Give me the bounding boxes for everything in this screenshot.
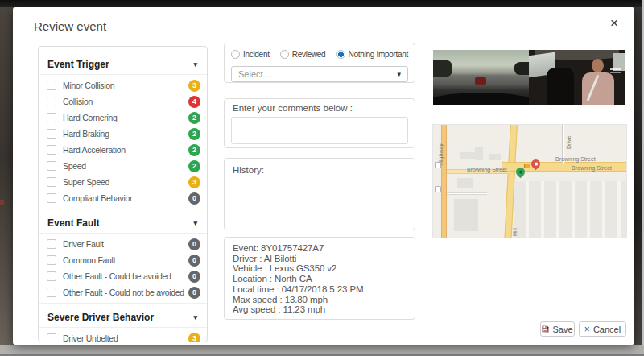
chevron-down-icon: ▾ — [397, 70, 401, 78]
list-item[interactable]: Other Fault - Could be avoided 0 — [39, 268, 207, 284]
avg-speed: Avg speed : 11.23 mph — [233, 304, 407, 315]
section-header-event-trigger[interactable]: Event Trigger ▾ — [39, 54, 207, 74]
count-badge: 3 — [188, 333, 200, 343]
item-label: Other Fault - Could not be avoided — [63, 288, 188, 297]
section-title: Severe Driver Behavior — [47, 312, 154, 323]
count-badge: 0 — [188, 271, 200, 283]
dashboard-silhouette — [433, 93, 529, 105]
count-badge: 2 — [188, 128, 200, 140]
section-title: Event Trigger — [47, 59, 109, 70]
cabin-camera-view — [529, 50, 625, 105]
event-video-thumbnail[interactable] — [433, 50, 625, 105]
list-item[interactable]: Hard Cornering 2 — [39, 110, 207, 126]
count-badge: 3 — [188, 176, 200, 188]
count-badge: 2 — [188, 160, 200, 172]
radio-reviewed[interactable]: Reviewed — [280, 50, 326, 59]
backdrop-bottom-strip — [0, 345, 644, 356]
category-select[interactable]: Select... ▾ — [231, 66, 408, 82]
item-label: Driver Unbelted — [63, 333, 188, 342]
location: Location : North CA — [233, 274, 407, 284]
vehicle-name: Vehicle : Lexus GS350 v2 — [233, 263, 407, 274]
checkbox[interactable] — [47, 271, 56, 281]
count-badge: 2 — [188, 112, 200, 124]
list-item[interactable]: Super Speed 3 — [39, 174, 207, 190]
section-title: Event Fault — [47, 217, 100, 229]
classification-box: Incident Reviewed Nothing Important Sele… — [224, 43, 415, 83]
list-item[interactable]: Driver Unbelted 3 — [39, 330, 207, 342]
event-id: Event: 8Y01757427A7 — [233, 243, 407, 254]
map-building — [475, 147, 483, 160]
list-item[interactable]: Minor Collision 3 — [39, 77, 207, 93]
tree-silhouette — [514, 62, 529, 75]
section-header-severe-driver-behavior[interactable]: Severe Driver Behavior ▾ — [39, 307, 207, 327]
radio-circle[interactable] — [336, 50, 345, 59]
comments-input[interactable] — [231, 117, 408, 144]
radio-circle[interactable] — [231, 50, 240, 59]
item-label: Hard Cornering — [63, 113, 188, 122]
section-header-event-fault[interactable]: Event Fault ▾ — [39, 213, 207, 233]
checkbox[interactable] — [47, 193, 56, 203]
list-item[interactable]: Compliant Behavior 0 — [39, 190, 207, 206]
max-speed: Max speed : 13.80 mph — [233, 295, 407, 305]
checkbox[interactable] — [47, 161, 56, 171]
item-label: Minor Collision — [63, 81, 188, 90]
chevron-down-icon[interactable]: ▾ — [193, 60, 197, 68]
list-item[interactable]: Common Fault 0 — [39, 252, 207, 268]
item-label: Collision — [63, 97, 188, 106]
item-label: Common Fault — [63, 255, 188, 265]
checkbox[interactable] — [47, 333, 56, 342]
driver-head — [592, 59, 604, 72]
close-icon[interactable]: × — [610, 16, 618, 30]
list-item[interactable]: Driver Fault 0 — [39, 236, 207, 252]
map-zoom-in-button[interactable] — [435, 162, 441, 168]
count-badge: 2 — [188, 144, 200, 156]
map-zoom-out-button[interactable] — [435, 186, 441, 192]
checkbox[interactable] — [47, 129, 56, 139]
event-trigger-panel[interactable]: Event Trigger ▾ Minor Collision 3 Collis… — [38, 46, 208, 342]
chevron-down-icon[interactable]: ▾ — [193, 313, 197, 321]
map-road-highway — [441, 125, 447, 238]
item-label: Compliant Behavior — [63, 193, 188, 203]
map-label-browning-street: Browning Street — [572, 165, 612, 171]
checkbox[interactable] — [47, 255, 56, 265]
item-label: Super Speed — [63, 177, 188, 187]
item-label: Hard Acceleration — [63, 145, 188, 155]
checkbox[interactable] — [47, 177, 56, 187]
section-items: Driver Unbelted 3 — [39, 327, 207, 342]
count-badge: 0 — [188, 287, 200, 299]
checkbox[interactable] — [47, 81, 56, 90]
radio-circle[interactable] — [280, 50, 289, 59]
map-building — [457, 178, 473, 188]
count-badge: 0 — [188, 192, 200, 205]
event-info-box: Event: 8Y01757427A7 Driver : Al Bilotti … — [224, 237, 415, 320]
checkbox[interactable] — [47, 288, 56, 297]
list-item[interactable]: Speed 2 — [39, 158, 207, 174]
radio-group: Incident Reviewed Nothing Important — [225, 43, 415, 59]
review-event-modal: Review event × Event Trigger ▾ Minor Col… — [13, 7, 634, 345]
list-item[interactable]: Hard Acceleration 2 — [39, 142, 207, 158]
backdrop-top-strip — [0, 0, 644, 7]
count-badge: 4 — [188, 96, 200, 108]
radio-label: Incident — [243, 50, 270, 59]
map-label-browning-street: Browning Street — [467, 167, 507, 172]
event-segment-marker[interactable] — [524, 164, 530, 168]
list-item[interactable]: Hard Braking 2 — [39, 126, 207, 142]
chevron-down-icon[interactable]: ▾ — [193, 219, 197, 227]
checkbox[interactable] — [47, 97, 56, 106]
map-building — [489, 154, 501, 160]
checkbox[interactable] — [47, 145, 56, 155]
checkbox[interactable] — [47, 113, 56, 122]
map-building — [454, 199, 478, 231]
radio-incident[interactable]: Incident — [231, 50, 270, 59]
list-item[interactable]: Other Fault - Could not be avoided 0 — [39, 284, 207, 300]
list-item[interactable]: Collision 4 — [39, 93, 207, 110]
cancel-button[interactable]: × Cancel — [579, 321, 626, 337]
event-location-map[interactable]: Highway Browning Street Browning Street … — [432, 124, 627, 238]
map-label-hill: Hill — [512, 228, 518, 236]
tree-silhouette — [433, 60, 452, 77]
checkbox[interactable] — [47, 239, 56, 249]
save-button[interactable]: Save — [540, 321, 575, 337]
car-seat — [547, 68, 574, 105]
select-placeholder: Select... — [238, 69, 397, 79]
radio-nothing-important[interactable]: Nothing Important — [336, 50, 408, 59]
